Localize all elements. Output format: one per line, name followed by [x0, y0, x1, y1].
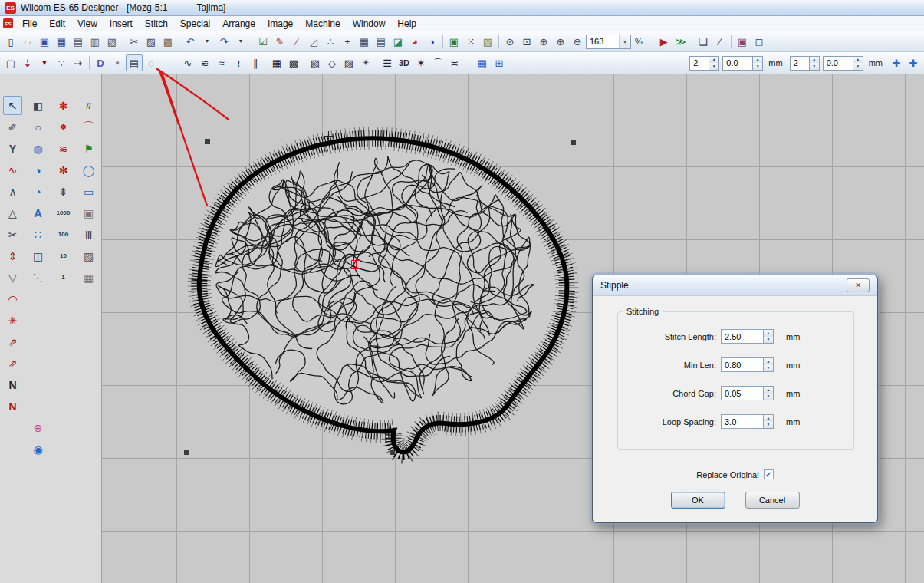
- thread-trim-icon[interactable]: ▼: [36, 54, 53, 71]
- texture-patch-icon[interactable]: ▣: [79, 203, 98, 222]
- menu-item-window[interactable]: Window: [347, 17, 392, 31]
- stitch-angle-icon[interactable]: ⋱: [28, 268, 48, 287]
- spin-up-button[interactable]: ▲: [709, 57, 718, 64]
- min-length-input[interactable]: [721, 357, 764, 372]
- motif-run-icon[interactable]: ≀: [230, 54, 247, 71]
- scale-100-icon[interactable]: 100: [54, 225, 73, 244]
- slow-redraw-icon[interactable]: ≫: [672, 33, 689, 50]
- color-wheel-icon[interactable]: ◑: [423, 33, 440, 50]
- rectangle-tool-icon[interactable]: ▭: [79, 182, 98, 201]
- selection-handle-top-right[interactable]: [571, 140, 576, 145]
- select-tool-icon[interactable]: ↖: [3, 96, 22, 115]
- gray-grid-icon[interactable]: ▦: [79, 268, 98, 287]
- knife-tool-icon[interactable]: △: [3, 203, 22, 222]
- satin-stitch-icon[interactable]: ∥: [247, 54, 264, 71]
- scale-1-icon[interactable]: 1: [54, 268, 73, 287]
- paste-icon[interactable]: ▩: [159, 33, 176, 50]
- loop-spacing-input[interactable]: [721, 414, 764, 429]
- zoom-level-input[interactable]: [587, 35, 619, 48]
- save-icon[interactable]: ▣: [36, 33, 53, 50]
- machine-format-icon[interactable]: ◫: [28, 246, 48, 265]
- spin-up-button[interactable]: ▲: [810, 57, 819, 64]
- pan-move-icon[interactable]: ✚: [905, 54, 922, 71]
- grid-show-icon[interactable]: ▦: [356, 33, 373, 50]
- spin-up-button[interactable]: ▲: [764, 387, 773, 394]
- dot-tool-icon[interactable]: ●: [109, 54, 126, 71]
- count-b-input[interactable]: [790, 56, 810, 71]
- dialog-title-bar[interactable]: Stipple ✕: [593, 275, 877, 296]
- zoom-in-icon[interactable]: ⊕: [552, 33, 569, 50]
- chord-gap-input[interactable]: [721, 386, 764, 400]
- zoom-box-icon[interactable]: ⊡: [518, 33, 535, 50]
- stitch-length-input[interactable]: [721, 329, 764, 344]
- sphere-effect-icon[interactable]: ◑: [28, 160, 48, 180]
- color-film-icon[interactable]: ◪: [390, 33, 406, 50]
- replace-original-checkbox[interactable]: ✓: [764, 469, 774, 479]
- outline-design-icon[interactable]: D: [92, 54, 109, 71]
- dark-hatch-icon[interactable]: ▨: [79, 246, 98, 265]
- spin-up-button[interactable]: ▲: [853, 57, 863, 64]
- scissors-tool-icon[interactable]: ✂: [3, 225, 22, 244]
- new-document-icon[interactable]: ▯: [2, 33, 19, 50]
- polyline-n-red-icon[interactable]: N: [3, 397, 22, 416]
- spin-down-button[interactable]: ▼: [709, 63, 718, 70]
- connectors-icon[interactable]: ∵: [53, 54, 70, 71]
- ok-button[interactable]: OK: [671, 492, 725, 509]
- zoom-tool-icon[interactable]: ⊙: [501, 33, 518, 50]
- florentine-effect-icon[interactable]: ≍: [446, 54, 463, 71]
- polyline-n-icon[interactable]: N: [3, 375, 22, 394]
- title-bar[interactable]: ES Wilcom ES-65 Designer - [Mozg-5:1 Taj…: [0, 0, 924, 16]
- flag-tool-icon[interactable]: ⚑: [79, 139, 98, 158]
- reshape-tool-icon[interactable]: ◧: [28, 96, 48, 115]
- stipple-run-icon[interactable]: ▤: [126, 54, 143, 71]
- zoom-1to1-icon[interactable]: ⊕: [535, 33, 552, 50]
- column-stitch-icon[interactable]: ⇟: [54, 182, 73, 201]
- spray-points-icon[interactable]: ✻: [54, 160, 73, 180]
- align-grid-a-icon[interactable]: ▦: [474, 54, 491, 71]
- copy-icon[interactable]: ▨: [143, 33, 159, 50]
- spin-down-button[interactable]: ▼: [853, 63, 863, 70]
- lettering-tool-icon[interactable]: A: [28, 203, 48, 222]
- stitch-arrow2-icon[interactable]: ⇗: [3, 354, 22, 373]
- target-center-icon[interactable]: ⊕: [28, 418, 48, 437]
- zoom-dropdown-button[interactable]: ▾: [619, 35, 630, 48]
- process-design-icon[interactable]: ▣: [446, 33, 462, 50]
- menu-item-file[interactable]: File: [16, 17, 43, 31]
- menu-item-insert[interactable]: Insert: [104, 17, 139, 31]
- output-design-icon[interactable]: ▨: [479, 33, 496, 50]
- ellipse-select-icon[interactable]: ○: [28, 117, 48, 137]
- needle-point-icon[interactable]: ⇣: [19, 54, 36, 71]
- globe-fill-icon[interactable]: ◍: [28, 139, 48, 158]
- triple-run-icon[interactable]: ≋: [196, 54, 213, 71]
- star-run-icon[interactable]: ✳: [3, 311, 22, 330]
- auto-fabric-icon[interactable]: ▣: [734, 33, 751, 50]
- align-grid-b-icon[interactable]: ⊞: [491, 54, 508, 71]
- scale-10-icon[interactable]: 10: [54, 246, 73, 265]
- oval-tool-icon[interactable]: ◯: [79, 160, 98, 180]
- run-stitch-icon[interactable]: ∿: [179, 54, 196, 71]
- jump-stitch-icon[interactable]: ⇢: [70, 54, 87, 71]
- cone-tool-icon[interactable]: ▽: [3, 268, 22, 287]
- stitch-player-icon[interactable]: ▶: [656, 33, 672, 50]
- 3d-effect-icon[interactable]: 3D: [396, 54, 413, 71]
- selection-handle-bottom-center[interactable]: [390, 450, 395, 455]
- thread-colors-icon[interactable]: ◕: [406, 33, 423, 50]
- print-preview-icon[interactable]: ▥: [87, 33, 104, 50]
- cut-icon[interactable]: ✂: [126, 33, 143, 50]
- hatch-lines-icon[interactable]: //: [79, 96, 98, 115]
- fan-curve-icon[interactable]: ◠: [3, 289, 22, 308]
- menu-item-special[interactable]: Special: [174, 17, 216, 31]
- close-button[interactable]: ✕: [847, 278, 870, 292]
- photo-flash-icon[interactable]: ▨: [340, 54, 357, 71]
- spin-up-button[interactable]: ▲: [764, 415, 773, 422]
- save-all-icon[interactable]: ▦: [53, 33, 70, 50]
- zoom-out-icon[interactable]: ⊖: [569, 33, 586, 50]
- stitch-edit-icon[interactable]: ∕: [288, 33, 305, 50]
- wave-effect-icon[interactable]: ⌒: [429, 54, 446, 71]
- measure-icon[interactable]: ∕: [712, 33, 728, 50]
- arc-tool-icon[interactable]: ⌒: [79, 117, 98, 137]
- fancy-fill-icon[interactable]: ▧: [307, 54, 324, 71]
- spin-down-button[interactable]: ▼: [764, 394, 773, 400]
- spacing-b-input[interactable]: [823, 56, 853, 71]
- freehand-select-icon[interactable]: ✐: [3, 117, 22, 137]
